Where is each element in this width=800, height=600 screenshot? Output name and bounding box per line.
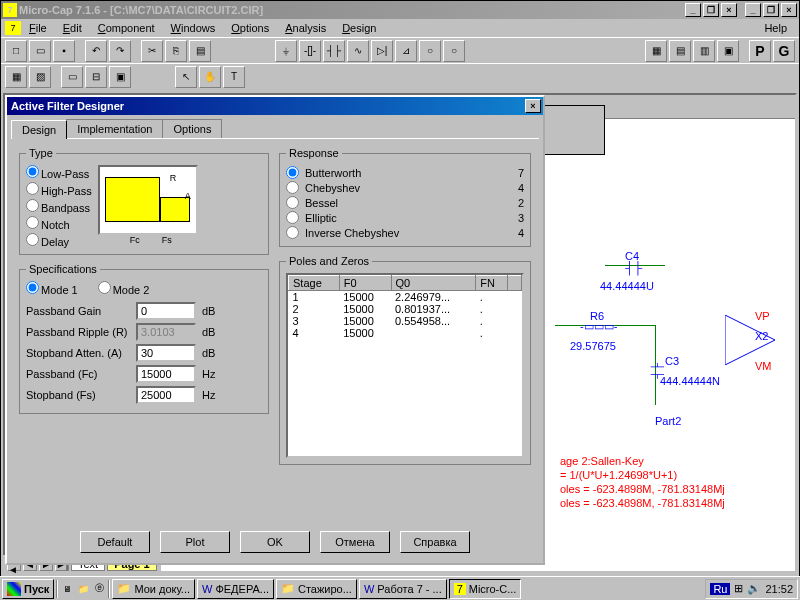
tray-clock[interactable]: 21:52: [765, 583, 793, 595]
tb-win3[interactable]: ▥: [693, 40, 715, 62]
table-row[interactable]: 1150002.246979....: [289, 291, 522, 304]
minimize-button[interactable]: _: [745, 3, 761, 17]
tb-comp5[interactable]: ▷|: [371, 40, 393, 62]
toolbar2: ▦ ▨ ▭ ⊟ ▣ ↖ ✋ T: [1, 63, 799, 89]
tb-new[interactable]: □: [5, 40, 27, 62]
radio-notch[interactable]: Notch: [26, 216, 92, 231]
task-5[interactable]: 7Micro-C...: [449, 579, 522, 599]
ql-1[interactable]: 🖥: [60, 582, 74, 596]
pz-table[interactable]: Stage F0 Q0 FN 1150002.246979....2150000…: [286, 273, 524, 458]
menu-file[interactable]: File: [21, 22, 55, 34]
table-row[interactable]: 2150000.801937....: [289, 303, 522, 315]
radio-resp-0[interactable]: Butterworth: [286, 166, 361, 179]
tb-comp7[interactable]: ○: [419, 40, 441, 62]
btn-help[interactable]: Справка: [400, 531, 470, 553]
tb-win1[interactable]: ▦: [645, 40, 667, 62]
tb-t1[interactable]: ▦: [5, 66, 27, 88]
menu-component[interactable]: Component: [90, 22, 163, 34]
tb-P[interactable]: P: [749, 40, 771, 62]
tb-comp1[interactable]: ⏚: [275, 40, 297, 62]
table-row[interactable]: 3150000.554958....: [289, 315, 522, 327]
radio-resp-2[interactable]: Bessel: [286, 196, 338, 209]
filter-shape-diagram: R A Fc Fs: [98, 165, 198, 235]
btn-plot[interactable]: Plot: [160, 531, 230, 553]
toolbar1: □ ▭ ▪ ↶ ↷ ✂ ⎘ ▤ ⏚ -[]- ┤├ ∿ ▷| ⊿ ○ ○ ▦ ▤…: [1, 37, 799, 63]
tb-text[interactable]: T: [223, 66, 245, 88]
spec-input-3[interactable]: [136, 365, 196, 383]
spec-label-0: Passband Gain: [26, 305, 136, 317]
spec-input-0[interactable]: [136, 302, 196, 320]
menu-edit[interactable]: Edit: [55, 22, 90, 34]
circ-line1: age 2:Sallen-Key: [560, 455, 644, 467]
tb-hand[interactable]: ✋: [199, 66, 221, 88]
radio-mode1[interactable]: Mode 1: [26, 281, 78, 296]
label-c3v: 444.44444N: [660, 375, 720, 387]
restore-button[interactable]: ❐: [763, 3, 779, 17]
task-2[interactable]: WФЕДЕРА...: [197, 579, 274, 599]
tb-t4[interactable]: ⊟: [85, 66, 107, 88]
dialog-titlebar[interactable]: Active Filter Designer ×: [7, 97, 543, 115]
tab-implementation[interactable]: Implementation: [66, 119, 163, 138]
tb-paste[interactable]: ▤: [189, 40, 211, 62]
tb-comp6[interactable]: ⊿: [395, 40, 417, 62]
dialog-close-button[interactable]: ×: [525, 99, 541, 113]
tb-G[interactable]: G: [773, 40, 795, 62]
radio-mode2[interactable]: Mode 2: [98, 281, 150, 296]
tb-arrow[interactable]: ↖: [175, 66, 197, 88]
tb-comp8[interactable]: ○: [443, 40, 465, 62]
menu-help[interactable]: Help: [756, 22, 795, 34]
tb-redo[interactable]: ↷: [109, 40, 131, 62]
child-minimize-button[interactable]: _: [685, 3, 701, 17]
ql-3[interactable]: ⓔ: [92, 582, 106, 596]
radio-highpass[interactable]: High-Pass: [26, 182, 92, 197]
label-vm: VM: [755, 360, 772, 372]
task-1[interactable]: 📁Мои доку...: [112, 579, 195, 599]
tb-comp2[interactable]: -[]-: [299, 40, 321, 62]
tab-options[interactable]: Options: [162, 119, 222, 138]
menu-windows[interactable]: Windows: [163, 22, 224, 34]
tb-t5[interactable]: ▣: [109, 66, 131, 88]
doc-icon: 7: [5, 21, 21, 35]
ql-2[interactable]: 📁: [76, 582, 90, 596]
task-3[interactable]: 📁Стажиро...: [276, 579, 357, 599]
btn-default[interactable]: Default: [80, 531, 150, 553]
spec-input-2[interactable]: [136, 344, 196, 362]
tb-t3[interactable]: ▭: [61, 66, 83, 88]
tb-save[interactable]: ▪: [53, 40, 75, 62]
close-button[interactable]: ×: [781, 3, 797, 17]
menu-analysis[interactable]: Analysis: [277, 22, 334, 34]
radio-resp-3[interactable]: Elliptic: [286, 211, 337, 224]
tab-design[interactable]: Design: [11, 120, 67, 139]
btn-ok[interactable]: OK: [240, 531, 310, 553]
spec-label-1: Passband Ripple (R): [26, 326, 136, 338]
tb-cut[interactable]: ✂: [141, 40, 163, 62]
tb-copy[interactable]: ⎘: [165, 40, 187, 62]
tray-icon1[interactable]: ⊞: [734, 582, 743, 595]
radio-resp-1[interactable]: Chebyshev: [286, 181, 360, 194]
tb-t2[interactable]: ▨: [29, 66, 51, 88]
radio-lowpass[interactable]: Low-Pass: [26, 165, 92, 180]
spec-input-1[interactable]: [136, 323, 196, 341]
tb-win4[interactable]: ▣: [717, 40, 739, 62]
start-button[interactable]: Пуск: [2, 579, 54, 599]
radio-resp-4[interactable]: Inverse Chebyshev: [286, 226, 399, 239]
lang-indicator[interactable]: Ru: [710, 583, 730, 595]
tb-open[interactable]: ▭: [29, 40, 51, 62]
tb-undo[interactable]: ↶: [85, 40, 107, 62]
child-close-button[interactable]: ×: [721, 3, 737, 17]
spec-input-4[interactable]: [136, 386, 196, 404]
child-restore-button[interactable]: ❐: [703, 3, 719, 17]
tray-icon2[interactable]: 🔊: [747, 582, 761, 595]
menu-options[interactable]: Options: [223, 22, 277, 34]
spec-label-3: Passband (Fc): [26, 368, 136, 380]
table-row[interactable]: 415000.: [289, 327, 522, 339]
radio-bandpass[interactable]: Bandpass: [26, 199, 92, 214]
tb-comp3[interactable]: ┤├: [323, 40, 345, 62]
label-x2: X2: [755, 330, 768, 342]
task-4[interactable]: WРабота 7 - ...: [359, 579, 447, 599]
tb-win2[interactable]: ▤: [669, 40, 691, 62]
btn-cancel[interactable]: Отмена: [320, 531, 390, 553]
radio-delay[interactable]: Delay: [26, 233, 92, 248]
menu-design[interactable]: Design: [334, 22, 384, 34]
tb-comp4[interactable]: ∿: [347, 40, 369, 62]
